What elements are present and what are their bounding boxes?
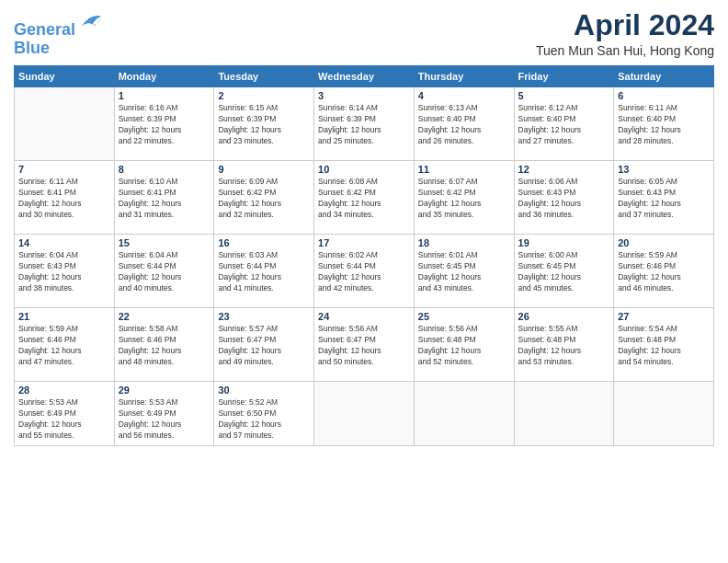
- calendar-cell: 15Sunrise: 6:04 AM Sunset: 6:44 PM Dayli…: [114, 235, 214, 308]
- day-info: Sunrise: 6:10 AM Sunset: 6:41 PM Dayligh…: [119, 177, 210, 221]
- calendar-cell: 8Sunrise: 6:10 AM Sunset: 6:41 PM Daylig…: [114, 161, 214, 235]
- calendar-cell: 7Sunrise: 6:11 AM Sunset: 6:41 PM Daylig…: [15, 161, 115, 235]
- day-info: Sunrise: 6:02 AM Sunset: 6:44 PM Dayligh…: [318, 250, 410, 294]
- day-info: Sunrise: 5:53 AM Sunset: 6:49 PM Dayligh…: [119, 397, 210, 442]
- calendar-cell: 30Sunrise: 5:52 AM Sunset: 6:50 PM Dayli…: [214, 382, 314, 446]
- day-number: 6: [618, 90, 710, 101]
- day-number: 8: [119, 164, 210, 175]
- day-number: 14: [18, 237, 110, 248]
- header-tuesday: Tuesday: [214, 66, 314, 87]
- calendar-cell: 29Sunrise: 5:53 AM Sunset: 6:49 PM Dayli…: [114, 382, 214, 446]
- header-monday: Monday: [114, 66, 214, 87]
- day-info: Sunrise: 5:56 AM Sunset: 6:48 PM Dayligh…: [418, 324, 510, 368]
- calendar-cell: [15, 87, 115, 161]
- calendar-cell: 3Sunrise: 6:14 AM Sunset: 6:39 PM Daylig…: [314, 87, 415, 161]
- day-info: Sunrise: 6:12 AM Sunset: 6:40 PM Dayligh…: [518, 103, 610, 147]
- calendar-cell: 11Sunrise: 6:07 AM Sunset: 6:42 PM Dayli…: [414, 161, 514, 235]
- day-number: 7: [18, 164, 110, 175]
- month-year: April 2024: [536, 9, 714, 41]
- day-info: Sunrise: 6:04 AM Sunset: 6:44 PM Dayligh…: [119, 250, 210, 294]
- calendar-cell: 9Sunrise: 6:09 AM Sunset: 6:42 PM Daylig…: [214, 161, 314, 235]
- day-info: Sunrise: 6:14 AM Sunset: 6:39 PM Dayligh…: [318, 103, 410, 147]
- day-number: 17: [318, 237, 410, 248]
- calendar-cell: [414, 382, 514, 446]
- logo-bird-icon: [77, 9, 103, 35]
- calendar-cell: 22Sunrise: 5:58 AM Sunset: 6:46 PM Dayli…: [114, 308, 214, 382]
- day-info: Sunrise: 6:04 AM Sunset: 6:43 PM Dayligh…: [18, 250, 110, 294]
- day-number: 1: [119, 90, 210, 101]
- calendar-cell: 1Sunrise: 6:16 AM Sunset: 6:39 PM Daylig…: [114, 87, 214, 161]
- calendar-cell: 10Sunrise: 6:08 AM Sunset: 6:42 PM Dayli…: [314, 161, 415, 235]
- day-number: 9: [218, 164, 310, 175]
- header-wednesday: Wednesday: [314, 66, 415, 87]
- logo-text: General: [14, 9, 103, 40]
- day-number: 5: [518, 90, 610, 101]
- day-number: 28: [18, 385, 110, 396]
- calendar-cell: 2Sunrise: 6:15 AM Sunset: 6:39 PM Daylig…: [214, 87, 314, 161]
- calendar-cell: 13Sunrise: 6:05 AM Sunset: 6:43 PM Dayli…: [614, 161, 714, 235]
- calendar-cell: 26Sunrise: 5:55 AM Sunset: 6:48 PM Dayli…: [514, 308, 614, 382]
- day-number: 21: [18, 311, 110, 322]
- header: General Blue April 2024 Tuen Mun San Hui…: [14, 9, 714, 58]
- day-number: 3: [318, 90, 410, 101]
- day-number: 2: [218, 90, 310, 101]
- day-number: 15: [119, 237, 210, 248]
- day-number: 29: [119, 385, 210, 396]
- day-info: Sunrise: 6:13 AM Sunset: 6:40 PM Dayligh…: [418, 103, 510, 147]
- day-info: Sunrise: 6:07 AM Sunset: 6:42 PM Dayligh…: [418, 177, 510, 221]
- day-info: Sunrise: 6:09 AM Sunset: 6:42 PM Dayligh…: [218, 177, 310, 221]
- calendar-cell: 14Sunrise: 6:04 AM Sunset: 6:43 PM Dayli…: [15, 235, 115, 308]
- calendar-cell: 12Sunrise: 6:06 AM Sunset: 6:43 PM Dayli…: [514, 161, 614, 235]
- logo-text2: Blue: [14, 40, 103, 58]
- calendar-cell: 4Sunrise: 6:13 AM Sunset: 6:40 PM Daylig…: [414, 87, 514, 161]
- day-info: Sunrise: 6:06 AM Sunset: 6:43 PM Dayligh…: [518, 177, 610, 221]
- header-friday: Friday: [514, 66, 614, 87]
- day-info: Sunrise: 5:58 AM Sunset: 6:46 PM Dayligh…: [119, 324, 210, 368]
- day-number: 16: [218, 237, 310, 248]
- title-block: April 2024 Tuen Mun San Hui, Hong Kong: [536, 9, 714, 58]
- calendar-cell: [614, 382, 714, 446]
- page: General Blue April 2024 Tuen Mun San Hui…: [0, 0, 728, 563]
- calendar-cell: 18Sunrise: 6:01 AM Sunset: 6:45 PM Dayli…: [414, 235, 514, 308]
- day-info: Sunrise: 6:15 AM Sunset: 6:39 PM Dayligh…: [218, 103, 310, 147]
- day-info: Sunrise: 6:11 AM Sunset: 6:40 PM Dayligh…: [618, 103, 710, 147]
- day-number: 19: [518, 237, 610, 248]
- day-number: 20: [618, 237, 710, 248]
- header-thursday: Thursday: [414, 66, 514, 87]
- calendar-cell: 16Sunrise: 6:03 AM Sunset: 6:44 PM Dayli…: [214, 235, 314, 308]
- day-info: Sunrise: 6:16 AM Sunset: 6:39 PM Dayligh…: [119, 103, 210, 147]
- calendar-cell: [514, 382, 614, 446]
- day-info: Sunrise: 5:57 AM Sunset: 6:47 PM Dayligh…: [218, 324, 310, 368]
- weekday-header-row: Sunday Monday Tuesday Wednesday Thursday…: [15, 66, 714, 87]
- day-info: Sunrise: 6:05 AM Sunset: 6:43 PM Dayligh…: [618, 177, 710, 221]
- day-number: 27: [618, 311, 710, 322]
- day-number: 18: [418, 237, 510, 248]
- calendar-cell: 24Sunrise: 5:56 AM Sunset: 6:47 PM Dayli…: [314, 308, 415, 382]
- day-info: Sunrise: 6:01 AM Sunset: 6:45 PM Dayligh…: [418, 250, 510, 294]
- day-number: 24: [318, 311, 410, 322]
- day-info: Sunrise: 5:54 AM Sunset: 6:48 PM Dayligh…: [618, 324, 710, 368]
- calendar-cell: 5Sunrise: 6:12 AM Sunset: 6:40 PM Daylig…: [514, 87, 614, 161]
- day-number: 26: [518, 311, 610, 322]
- calendar-cell: 21Sunrise: 5:59 AM Sunset: 6:46 PM Dayli…: [15, 308, 115, 382]
- day-info: Sunrise: 5:56 AM Sunset: 6:47 PM Dayligh…: [318, 324, 410, 368]
- calendar-cell: 17Sunrise: 6:02 AM Sunset: 6:44 PM Dayli…: [314, 235, 415, 308]
- day-info: Sunrise: 5:53 AM Sunset: 6:49 PM Dayligh…: [18, 397, 110, 442]
- day-info: Sunrise: 5:59 AM Sunset: 6:46 PM Dayligh…: [18, 324, 110, 368]
- day-info: Sunrise: 6:00 AM Sunset: 6:45 PM Dayligh…: [518, 250, 610, 294]
- calendar-cell: 25Sunrise: 5:56 AM Sunset: 6:48 PM Dayli…: [414, 308, 514, 382]
- day-number: 23: [218, 311, 310, 322]
- calendar-table: Sunday Monday Tuesday Wednesday Thursday…: [14, 65, 714, 446]
- calendar-cell: 23Sunrise: 5:57 AM Sunset: 6:47 PM Dayli…: [214, 308, 314, 382]
- day-info: Sunrise: 6:08 AM Sunset: 6:42 PM Dayligh…: [318, 177, 410, 221]
- day-info: Sunrise: 6:03 AM Sunset: 6:44 PM Dayligh…: [218, 250, 310, 294]
- header-sunday: Sunday: [15, 66, 115, 87]
- day-info: Sunrise: 6:11 AM Sunset: 6:41 PM Dayligh…: [18, 177, 110, 221]
- day-info: Sunrise: 5:52 AM Sunset: 6:50 PM Dayligh…: [218, 397, 310, 442]
- day-number: 22: [119, 311, 210, 322]
- day-number: 30: [218, 385, 310, 396]
- day-number: 13: [618, 164, 710, 175]
- day-number: 11: [418, 164, 510, 175]
- logo: General Blue: [14, 9, 103, 58]
- calendar-cell: [314, 382, 415, 446]
